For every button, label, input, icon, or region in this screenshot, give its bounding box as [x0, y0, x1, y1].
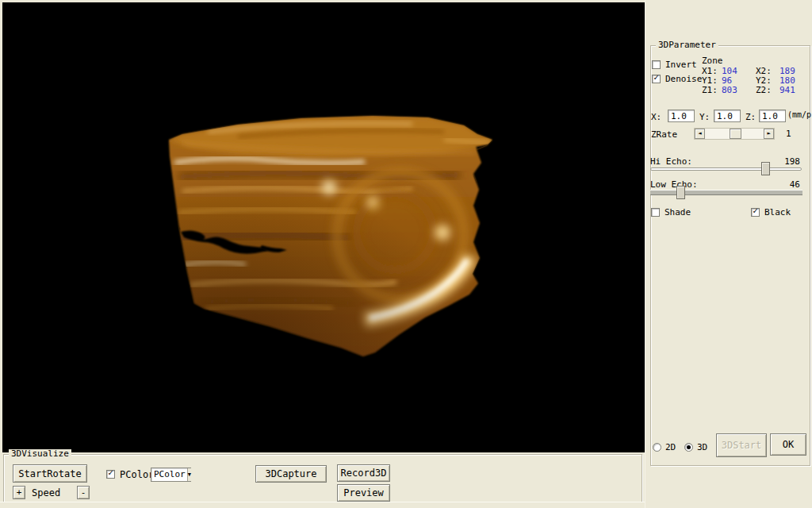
dropdown-arrow-icon[interactable]: ▼	[187, 468, 191, 481]
pcolor-dropdown-value: PColor	[151, 468, 187, 481]
low-echo-label: Low Echo:	[650, 179, 698, 190]
pcolor-dropdown[interactable]: PColor ▼	[151, 468, 191, 482]
zrate-thumb[interactable]	[730, 129, 741, 139]
parameter-panel: 3DParameter ✓ Invert ✓ Denoise Zone X1: …	[645, 0, 812, 508]
zone-label: Zone	[702, 56, 723, 66]
visualize-group-title: 3DVisualize	[9, 449, 71, 459]
low-echo-value: 46	[790, 179, 800, 190]
speed-minus-button[interactable]: -	[77, 486, 90, 499]
pcolor-checkbox[interactable]: ✓	[106, 470, 115, 479]
ok-button[interactable]: OK	[770, 433, 806, 456]
check-icon: ✓	[107, 468, 114, 477]
speed-plus-button[interactable]: +	[13, 486, 25, 499]
pcolor-label: PColor	[120, 469, 154, 480]
hi-echo-label: Hi Echo:	[650, 156, 692, 167]
3dstart-button[interactable]: 3DStart	[716, 433, 767, 457]
speed-label: Speed	[32, 487, 60, 498]
window-bottom-strip	[0, 502, 645, 508]
scale-y-input[interactable]	[714, 110, 741, 122]
hi-echo-track[interactable]	[650, 167, 802, 171]
parameter-group-title: 3DParameter	[656, 40, 718, 50]
zone-z1-label: Z1:	[702, 85, 718, 95]
mode-3d-label: 3D	[697, 442, 707, 452]
denoise-checkbox[interactable]: ✓	[652, 75, 661, 83]
zrate-value: 1	[786, 129, 791, 139]
invert-label: Invert	[665, 60, 697, 70]
scale-x-input[interactable]	[668, 110, 695, 122]
mode-3d-radio[interactable]	[684, 443, 693, 452]
zrate-label: ZRate	[651, 129, 677, 140]
shade-label: Shade	[665, 207, 691, 217]
check-icon: ✓	[752, 206, 759, 215]
volume-render	[2, 0, 645, 450]
zone-z2-value: 941	[779, 85, 795, 95]
preview-button[interactable]: Preview	[337, 484, 390, 502]
scroll-right-arrow-icon[interactable]: ►	[764, 129, 774, 139]
mode-2d-radio[interactable]	[653, 443, 661, 452]
scale-z-input[interactable]	[759, 110, 786, 122]
scroll-left-arrow-icon[interactable]: ◄	[695, 129, 705, 139]
visualize-panel: 3DVisualize StartRotate + Speed - ✓ PCol…	[0, 452, 645, 508]
zrate-track[interactable]	[705, 129, 764, 139]
hi-echo-slider-thumb[interactable]	[761, 162, 770, 175]
render-viewport[interactable]	[0, 0, 645, 452]
scale-x-label: X:	[651, 112, 661, 122]
shade-checkbox[interactable]: ✓	[651, 208, 660, 217]
hi-echo-value: 198	[784, 156, 800, 167]
3dcapture-button[interactable]: 3DCapture	[255, 465, 327, 483]
zone-z1-value: 803	[722, 85, 737, 95]
zone-z2-label: Z2:	[756, 85, 772, 95]
invert-checkbox[interactable]: ✓	[652, 60, 661, 69]
black-checkbox[interactable]: ✓	[751, 208, 760, 217]
parameter-groupbox: 3DParameter	[650, 45, 810, 466]
check-icon: ✓	[653, 73, 660, 82]
scale-z-label: Z:	[745, 112, 756, 122]
low-echo-track[interactable]	[650, 190, 802, 195]
mode-2d-label: 2D	[665, 442, 676, 452]
radio-dot-icon	[687, 445, 691, 449]
record3d-button[interactable]: Record3D	[337, 464, 390, 482]
denoise-label: Denoise	[665, 74, 702, 84]
black-label: Black	[764, 207, 791, 217]
scale-y-label: Y:	[699, 112, 710, 122]
low-echo-slider-thumb[interactable]	[676, 186, 685, 199]
zrate-scrollbar[interactable]: ◄ ►	[694, 128, 775, 140]
scale-unit-label: (mm/p)	[787, 110, 812, 119]
start-rotate-button[interactable]: StartRotate	[13, 464, 87, 483]
